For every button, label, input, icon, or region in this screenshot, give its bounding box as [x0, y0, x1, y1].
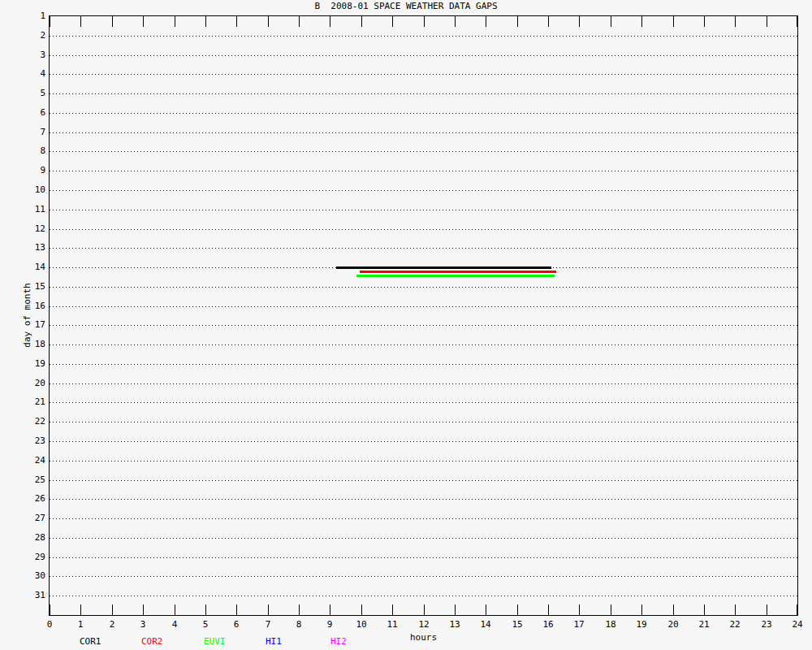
- tick-bottom-hour-22: [735, 604, 736, 615]
- y-tick-label-21: 21: [21, 397, 45, 407]
- tick-top-hour-8: [299, 16, 300, 27]
- plot-area: [49, 15, 798, 616]
- tick-top-hour-13: [455, 16, 456, 27]
- gridline-day-26: [50, 499, 797, 500]
- gridline-day-7: [50, 132, 797, 133]
- tick-bottom-hour-18: [611, 604, 611, 615]
- tick-bottom-hour-8: [299, 604, 300, 615]
- gridline-day-28: [50, 538, 797, 539]
- tick-top-hour-4: [175, 16, 175, 27]
- tick-top-hour-20: [673, 16, 674, 27]
- gridline-day-10: [50, 190, 797, 191]
- legend-item-hi1: HI1: [266, 637, 282, 647]
- y-tick-label-12: 12: [21, 224, 45, 234]
- y-tick-label-4: 4: [21, 69, 45, 79]
- tick-bottom-hour-14: [486, 604, 486, 615]
- y-tick-label-26: 26: [21, 494, 45, 504]
- tick-bottom-hour-4: [175, 604, 175, 615]
- tick-top-hour-17: [579, 16, 580, 27]
- tick-top-hour-16: [548, 16, 549, 27]
- tick-top-hour-6: [236, 16, 237, 27]
- gridline-day-17: [50, 325, 797, 326]
- tick-top-hour-11: [392, 16, 393, 27]
- x-tick-label-0: 0: [37, 620, 63, 630]
- x-tick-label-20: 20: [660, 620, 686, 630]
- gridline-day-19: [50, 364, 797, 365]
- tick-top-hour-24: [797, 16, 797, 27]
- y-tick-label-7: 7: [21, 128, 45, 137]
- y-axis-label: day of month: [23, 283, 32, 347]
- y-tick-label-19: 19: [21, 359, 45, 369]
- tick-bottom-hour-6: [236, 604, 237, 615]
- legend-item-cor2: COR2: [141, 637, 163, 647]
- gridline-day-23: [50, 441, 797, 442]
- tick-bottom-hour-12: [424, 604, 425, 615]
- x-tick-label-17: 17: [566, 620, 592, 630]
- legend-item-hi2: HI2: [330, 637, 347, 647]
- y-tick-label-2: 2: [21, 31, 45, 41]
- x-tick-label-22: 22: [722, 620, 748, 630]
- gridline-day-25: [50, 480, 797, 481]
- gridline-day-21: [50, 402, 797, 403]
- tick-top-hour-10: [361, 16, 362, 27]
- tick-bottom-hour-11: [392, 604, 393, 615]
- gap-bar-euvi: [356, 275, 555, 277]
- legend-item-cor1: COR1: [80, 637, 102, 647]
- gridline-day-9: [50, 171, 797, 171]
- y-tick-label-27: 27: [21, 514, 45, 523]
- x-tick-label-5: 5: [192, 620, 218, 630]
- gridline-day-30: [50, 576, 797, 577]
- x-tick-label-7: 7: [255, 620, 281, 630]
- tick-top-hour-21: [704, 16, 705, 27]
- x-tick-label-4: 4: [162, 620, 188, 630]
- gap-bar-cor1: [336, 266, 551, 269]
- y-tick-label-28: 28: [21, 533, 45, 543]
- tick-top-hour-5: [205, 16, 206, 27]
- tick-top-hour-0: [50, 16, 50, 27]
- y-tick-label-6: 6: [21, 108, 45, 118]
- y-tick-label-13: 13: [21, 243, 45, 253]
- y-tick-label-25: 25: [21, 475, 45, 485]
- x-tick-label-13: 13: [442, 620, 468, 630]
- y-tick-label-5: 5: [21, 89, 45, 98]
- gridline-day-12: [50, 229, 797, 230]
- y-tick-label-20: 20: [21, 379, 45, 388]
- tick-bottom-hour-1: [80, 604, 81, 615]
- space-weather-gaps-chart: B 2008-01 SPACE WEATHER DATA GAPS 123456…: [0, 0, 812, 650]
- tick-bottom-hour-13: [455, 604, 456, 615]
- y-tick-label-8: 8: [21, 146, 45, 156]
- y-tick-label-22: 22: [21, 417, 45, 427]
- tick-bottom-hour-3: [143, 604, 144, 615]
- tick-top-hour-22: [735, 16, 736, 27]
- tick-top-hour-14: [486, 16, 486, 27]
- x-tick-label-19: 19: [628, 620, 654, 630]
- x-tick-label-18: 18: [598, 620, 624, 630]
- y-tick-label-31: 31: [21, 591, 45, 600]
- x-tick-label-14: 14: [473, 620, 499, 630]
- tick-bottom-hour-9: [330, 604, 330, 615]
- gridline-day-27: [50, 518, 797, 519]
- tick-top-hour-18: [611, 16, 611, 27]
- gridline-day-22: [50, 422, 797, 422]
- gridline-day-6: [50, 113, 797, 114]
- tick-top-hour-19: [641, 16, 642, 27]
- gridline-day-4: [50, 74, 797, 75]
- x-tick-label-23: 23: [754, 620, 780, 630]
- tick-top-hour-3: [143, 16, 144, 27]
- chart-title: B 2008-01 SPACE WEATHER DATA GAPS: [0, 2, 812, 11]
- gridline-day-20: [50, 384, 797, 384]
- x-tick-label-8: 8: [286, 620, 312, 630]
- gridline-day-3: [50, 55, 797, 56]
- y-tick-label-23: 23: [21, 436, 45, 446]
- y-tick-label-9: 9: [21, 166, 45, 176]
- tick-top-hour-7: [268, 16, 269, 27]
- x-tick-label-12: 12: [411, 620, 437, 630]
- y-tick-label-11: 11: [21, 205, 45, 214]
- gridline-day-29: [50, 557, 797, 558]
- y-tick-label-30: 30: [21, 571, 45, 581]
- x-tick-label-2: 2: [99, 620, 125, 630]
- legend-item-euvi: EUVI: [204, 637, 226, 647]
- gridline-day-5: [50, 93, 797, 94]
- gridline-day-11: [50, 210, 797, 210]
- gap-bar-cor2: [360, 271, 556, 273]
